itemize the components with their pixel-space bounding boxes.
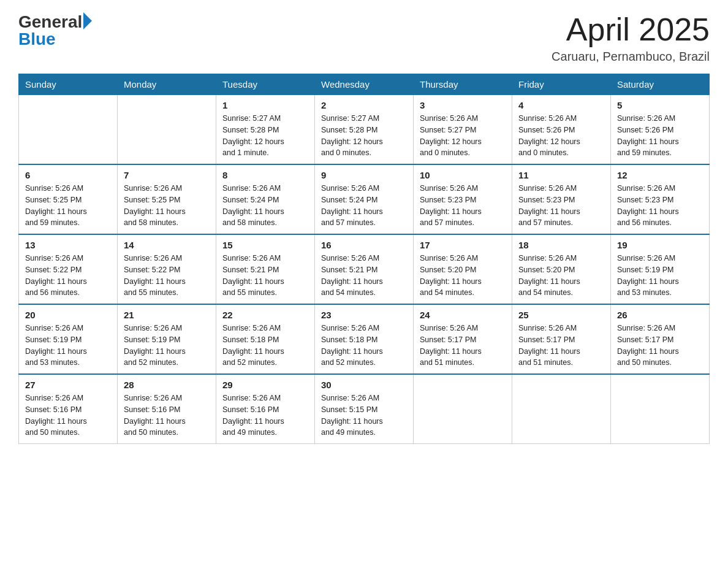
day-number: 26 — [617, 310, 703, 320]
calendar-cell: 22Sunrise: 5:26 AMSunset: 5:18 PMDayligh… — [216, 304, 315, 374]
day-info: Sunrise: 5:26 AMSunset: 5:24 PMDaylight:… — [222, 183, 308, 229]
day-number: 27 — [25, 380, 111, 390]
calendar-cell: 16Sunrise: 5:26 AMSunset: 5:21 PMDayligh… — [315, 234, 414, 304]
day-info: Sunrise: 5:26 AMSunset: 5:18 PMDaylight:… — [222, 323, 308, 369]
calendar-cell: 20Sunrise: 5:26 AMSunset: 5:19 PMDayligh… — [19, 304, 118, 374]
day-number: 10 — [420, 170, 506, 180]
calendar-cell: 8Sunrise: 5:26 AMSunset: 5:24 PMDaylight… — [216, 164, 315, 234]
calendar-cell: 4Sunrise: 5:26 AMSunset: 5:26 PMDaylight… — [512, 95, 611, 165]
day-info: Sunrise: 5:26 AMSunset: 5:27 PMDaylight:… — [420, 113, 506, 159]
day-info: Sunrise: 5:26 AMSunset: 5:18 PMDaylight:… — [321, 323, 407, 369]
day-info: Sunrise: 5:26 AMSunset: 5:23 PMDaylight:… — [617, 183, 703, 229]
calendar-cell: 10Sunrise: 5:26 AMSunset: 5:23 PMDayligh… — [414, 164, 512, 234]
day-info: Sunrise: 5:26 AMSunset: 5:19 PMDaylight:… — [25, 323, 111, 369]
calendar-cell — [611, 374, 710, 444]
logo: General Blue — [18, 12, 92, 49]
calendar-cell: 18Sunrise: 5:26 AMSunset: 5:20 PMDayligh… — [512, 234, 611, 304]
calendar-cell: 7Sunrise: 5:26 AMSunset: 5:25 PMDaylight… — [118, 164, 216, 234]
calendar-cell — [118, 95, 216, 165]
header: General Blue April 2025 Caruaru, Pernamb… — [18, 12, 710, 64]
day-info: Sunrise: 5:26 AMSunset: 5:24 PMDaylight:… — [321, 183, 407, 229]
day-number: 18 — [518, 240, 604, 250]
header-wednesday: Wednesday — [315, 74, 414, 95]
day-number: 6 — [25, 170, 111, 180]
day-number: 22 — [222, 310, 308, 320]
calendar-cell: 5Sunrise: 5:26 AMSunset: 5:26 PMDaylight… — [611, 95, 710, 165]
calendar-cell: 6Sunrise: 5:26 AMSunset: 5:25 PMDaylight… — [19, 164, 118, 234]
day-number: 17 — [420, 240, 506, 250]
day-info: Sunrise: 5:26 AMSunset: 5:19 PMDaylight:… — [124, 323, 210, 369]
day-number: 11 — [518, 170, 604, 180]
day-info: Sunrise: 5:26 AMSunset: 5:17 PMDaylight:… — [420, 323, 506, 369]
month-title: April 2025 — [552, 12, 710, 47]
day-number: 5 — [617, 100, 703, 110]
day-info: Sunrise: 5:26 AMSunset: 5:17 PMDaylight:… — [518, 323, 604, 369]
header-thursday: Thursday — [414, 74, 512, 95]
calendar-week-row: 6Sunrise: 5:26 AMSunset: 5:25 PMDaylight… — [19, 164, 710, 234]
day-info: Sunrise: 5:26 AMSunset: 5:21 PMDaylight:… — [321, 253, 407, 299]
calendar-cell: 1Sunrise: 5:27 AMSunset: 5:28 PMDaylight… — [216, 95, 315, 165]
calendar-week-row: 20Sunrise: 5:26 AMSunset: 5:19 PMDayligh… — [19, 304, 710, 374]
calendar-cell: 3Sunrise: 5:26 AMSunset: 5:27 PMDaylight… — [414, 95, 512, 165]
day-info: Sunrise: 5:26 AMSunset: 5:25 PMDaylight:… — [124, 183, 210, 229]
day-info: Sunrise: 5:26 AMSunset: 5:21 PMDaylight:… — [222, 253, 308, 299]
day-number: 23 — [321, 310, 407, 320]
day-info: Sunrise: 5:26 AMSunset: 5:16 PMDaylight:… — [222, 393, 308, 439]
logo-blue-text: Blue — [18, 29, 56, 49]
day-info: Sunrise: 5:26 AMSunset: 5:23 PMDaylight:… — [420, 183, 506, 229]
calendar-cell: 15Sunrise: 5:26 AMSunset: 5:21 PMDayligh… — [216, 234, 315, 304]
header-saturday: Saturday — [611, 74, 710, 95]
day-info: Sunrise: 5:26 AMSunset: 5:26 PMDaylight:… — [617, 113, 703, 159]
location-title: Caruaru, Pernambuco, Brazil — [552, 50, 710, 64]
day-info: Sunrise: 5:26 AMSunset: 5:17 PMDaylight:… — [617, 323, 703, 369]
header-tuesday: Tuesday — [216, 74, 315, 95]
calendar-cell: 21Sunrise: 5:26 AMSunset: 5:19 PMDayligh… — [118, 304, 216, 374]
day-info: Sunrise: 5:26 AMSunset: 5:23 PMDaylight:… — [518, 183, 604, 229]
day-number: 19 — [617, 240, 703, 250]
calendar-cell: 11Sunrise: 5:26 AMSunset: 5:23 PMDayligh… — [512, 164, 611, 234]
header-monday: Monday — [118, 74, 216, 95]
calendar-cell: 2Sunrise: 5:27 AMSunset: 5:28 PMDaylight… — [315, 95, 414, 165]
day-number: 20 — [25, 310, 111, 320]
day-number: 29 — [222, 380, 308, 390]
day-number: 8 — [222, 170, 308, 180]
header-sunday: Sunday — [19, 74, 118, 95]
day-info: Sunrise: 5:26 AMSunset: 5:15 PMDaylight:… — [321, 393, 407, 439]
title-area: April 2025 Caruaru, Pernambuco, Brazil — [552, 12, 710, 64]
calendar-cell: 23Sunrise: 5:26 AMSunset: 5:18 PMDayligh… — [315, 304, 414, 374]
day-number: 4 — [518, 100, 604, 110]
header-friday: Friday — [512, 74, 611, 95]
day-number: 24 — [420, 310, 506, 320]
calendar-cell: 26Sunrise: 5:26 AMSunset: 5:17 PMDayligh… — [611, 304, 710, 374]
day-number: 7 — [124, 170, 210, 180]
day-number: 12 — [617, 170, 703, 180]
calendar-cell — [512, 374, 611, 444]
day-info: Sunrise: 5:27 AMSunset: 5:28 PMDaylight:… — [321, 113, 407, 159]
day-number: 3 — [420, 100, 506, 110]
calendar-cell: 24Sunrise: 5:26 AMSunset: 5:17 PMDayligh… — [414, 304, 512, 374]
calendar-cell: 14Sunrise: 5:26 AMSunset: 5:22 PMDayligh… — [118, 234, 216, 304]
day-info: Sunrise: 5:26 AMSunset: 5:20 PMDaylight:… — [518, 253, 604, 299]
day-number: 25 — [518, 310, 604, 320]
calendar-cell: 29Sunrise: 5:26 AMSunset: 5:16 PMDayligh… — [216, 374, 315, 444]
calendar-cell: 12Sunrise: 5:26 AMSunset: 5:23 PMDayligh… — [611, 164, 710, 234]
day-info: Sunrise: 5:26 AMSunset: 5:22 PMDaylight:… — [124, 253, 210, 299]
calendar-cell — [19, 95, 118, 165]
calendar-cell: 25Sunrise: 5:26 AMSunset: 5:17 PMDayligh… — [512, 304, 611, 374]
day-info: Sunrise: 5:26 AMSunset: 5:16 PMDaylight:… — [25, 393, 111, 439]
day-number: 28 — [124, 380, 210, 390]
calendar-week-row: 13Sunrise: 5:26 AMSunset: 5:22 PMDayligh… — [19, 234, 710, 304]
day-info: Sunrise: 5:27 AMSunset: 5:28 PMDaylight:… — [222, 113, 308, 159]
day-number: 2 — [321, 100, 407, 110]
calendar-week-row: 1Sunrise: 5:27 AMSunset: 5:28 PMDaylight… — [19, 95, 710, 165]
day-number: 9 — [321, 170, 407, 180]
day-number: 30 — [321, 380, 407, 390]
day-info: Sunrise: 5:26 AMSunset: 5:26 PMDaylight:… — [518, 113, 604, 159]
day-number: 16 — [321, 240, 407, 250]
calendar-week-row: 27Sunrise: 5:26 AMSunset: 5:16 PMDayligh… — [19, 374, 710, 444]
calendar-cell: 27Sunrise: 5:26 AMSunset: 5:16 PMDayligh… — [19, 374, 118, 444]
calendar-header-row: SundayMondayTuesdayWednesdayThursdayFrid… — [19, 74, 710, 95]
day-number: 14 — [124, 240, 210, 250]
day-info: Sunrise: 5:26 AMSunset: 5:19 PMDaylight:… — [617, 253, 703, 299]
day-number: 15 — [222, 240, 308, 250]
